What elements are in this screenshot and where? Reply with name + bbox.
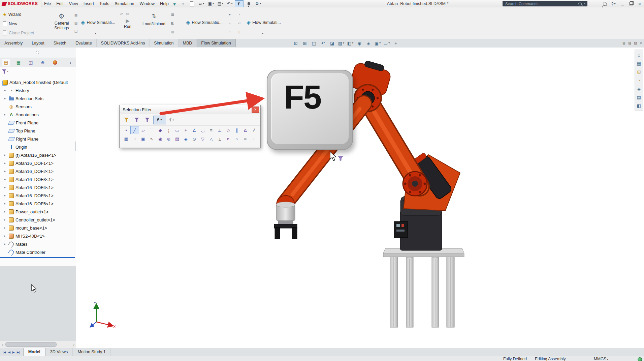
scroll-left-icon[interactable] <box>0 342 5 347</box>
flow-simulation-button-3[interactable]: Flow Simulati... <box>247 20 281 25</box>
menu-file[interactable]: File <box>41 0 54 7</box>
invert-selection-icon[interactable] <box>143 116 152 124</box>
mini-tool-icon[interactable] <box>237 12 242 17</box>
tree-item-top-plane[interactable]: Top Plane <box>0 127 76 135</box>
print-icon[interactable] <box>216 0 225 7</box>
help-menu[interactable]: ? <box>609 0 618 7</box>
flow-simulation-button-1[interactable]: Flow Simulati... <box>81 20 115 25</box>
filter-surface-bodies-icon[interactable]: ⌒ <box>148 126 156 134</box>
scrollbar-thumb[interactable] <box>5 342 57 347</box>
tree-item-origin[interactable]: Origin <box>0 143 76 151</box>
expander-icon[interactable] <box>3 210 7 213</box>
open-document-icon[interactable] <box>197 0 206 7</box>
filter-centerlines-icon[interactable]: ⊥ <box>216 126 224 134</box>
mini-tool-icon[interactable] <box>170 21 175 25</box>
filter-coordinate-systems-icon[interactable]: ∆ <box>241 126 250 134</box>
tree-item-component[interactable]: mount_base<1> <box>0 224 76 232</box>
tree-item-sensors[interactable]: Sensors <box>0 102 76 111</box>
appearance-icon[interactable] <box>636 86 642 92</box>
dropdown-caret-icon[interactable] <box>95 32 96 35</box>
apply-scene-icon[interactable] <box>374 40 382 47</box>
filter-tables-icon[interactable]: ≈ <box>241 135 250 143</box>
filter-simulation-icon[interactable]: ± <box>216 135 224 143</box>
home-icon[interactable] <box>178 0 187 7</box>
filter-edges-icon[interactable]: ╱ <box>130 126 139 134</box>
minimize-pane-icon[interactable] <box>628 41 631 45</box>
tree-item-component[interactable]: Controller_outlet<1> <box>0 216 76 224</box>
filter-cameras-icon[interactable]: △ <box>207 135 216 143</box>
expander-icon[interactable] <box>3 194 7 197</box>
select-tool-icon[interactable] <box>235 0 244 7</box>
home-view-icon[interactable] <box>636 52 642 58</box>
filter-annotations-icon[interactable]: ∥ <box>232 126 241 134</box>
zoom-fit-icon[interactable] <box>292 40 300 47</box>
pin-menu-icon[interactable] <box>172 2 176 6</box>
tree-filter-icon[interactable] <box>2 69 6 74</box>
configurationmanager-icon[interactable] <box>27 59 34 66</box>
filter-reference-points-icon[interactable]: √ <box>250 126 258 134</box>
tab-3d-views[interactable]: 3D Views <box>45 348 73 356</box>
close-pane-icon[interactable] <box>640 41 642 45</box>
menu-view[interactable]: View <box>66 0 81 7</box>
selection-filter-titlebar[interactable]: Selection Filter × <box>120 105 260 114</box>
tree-item-component[interactable]: Abfan16_DOF5<1> <box>0 191 76 200</box>
expander-icon[interactable] <box>3 97 7 100</box>
search-icon[interactable] <box>578 2 582 5</box>
mini-tool-icon[interactable] <box>228 21 232 25</box>
tree-root[interactable]: Abfan_Robot finished (Default <box>0 78 76 86</box>
tree-item-component[interactable]: (f) Abfan16_base<1> <box>0 151 76 159</box>
expander-icon[interactable] <box>3 161 7 165</box>
tree-filter-dropdown-icon[interactable] <box>7 70 8 73</box>
display-style-icon[interactable] <box>346 40 354 47</box>
minimize-button[interactable] <box>618 0 626 7</box>
section-view-icon[interactable] <box>328 40 336 47</box>
expander-icon[interactable] <box>3 234 7 238</box>
play-icon[interactable] <box>12 351 15 354</box>
tab-solidworks-addins[interactable]: SOLIDWORKS Add-Ins <box>97 39 150 47</box>
graphics-viewport[interactable]: Selection Filter × •╱▱⌒◆¦▭+∠◡≡⊥◇∥∆√ ▦◔▣∿… <box>76 48 644 348</box>
filter-components-icon[interactable]: ▣ <box>139 135 148 143</box>
hide-show-items-icon[interactable] <box>355 40 363 47</box>
mini-tool-icon[interactable] <box>170 12 175 17</box>
jump-to-end-icon[interactable] <box>17 351 20 354</box>
filter-planes-icon[interactable]: ▭ <box>173 126 182 134</box>
mini-tool-icon[interactable] <box>237 30 242 34</box>
tree-item-selection-sets[interactable]: Selection Sets <box>0 94 76 102</box>
select-tool-dropdown-icon[interactable] <box>153 116 166 124</box>
tab-mbd[interactable]: MBD <box>179 39 197 47</box>
new-document-icon[interactable] <box>188 0 196 7</box>
mini-tool-icon[interactable] <box>74 29 78 33</box>
step-back-icon[interactable] <box>8 351 10 354</box>
menu-window[interactable]: Window <box>137 0 157 7</box>
tree-item-mate-controller[interactable]: Mate Controller <box>0 248 76 256</box>
filter-center-marks-icon[interactable]: ≡ <box>207 126 216 134</box>
general-settings-button[interactable]: General Settings <box>51 13 72 30</box>
zoom-area-icon[interactable] <box>301 40 309 47</box>
tree-item-component[interactable]: Abfan16_DOF1<1> <box>0 159 76 167</box>
rotate-view-icon[interactable] <box>636 77 642 83</box>
options-gear-icon[interactable] <box>254 0 262 7</box>
filter-midpoints-icon[interactable]: ◡ <box>198 126 207 134</box>
dropdown-caret-icon[interactable] <box>262 32 263 35</box>
mini-tool-icon[interactable] <box>170 30 175 34</box>
units-selector[interactable]: MMGS <box>594 357 608 361</box>
save-icon[interactable] <box>206 0 215 7</box>
mini-tool-icon[interactable] <box>228 30 232 34</box>
scroll-right-icon[interactable] <box>71 342 76 347</box>
filter-other-icon[interactable]: ÷ <box>250 135 258 143</box>
mini-tool-icon[interactable] <box>74 21 78 25</box>
menu-simulation[interactable]: Simulation <box>112 0 137 7</box>
tree-item-component[interactable]: Abfan16_DOF2<1> <box>0 167 76 175</box>
tab-motion-study[interactable]: Motion Study 1 <box>73 348 110 356</box>
filter-faces-icon[interactable]: ▱ <box>139 126 148 134</box>
microphone-icon[interactable] <box>244 0 253 7</box>
tab-simulation[interactable]: Simulation <box>150 39 178 47</box>
view-settings-icon[interactable] <box>383 40 391 47</box>
tree-item-component[interactable]: MHS2-40D<1> <box>0 232 76 240</box>
tab-sketch[interactable]: Sketch <box>49 39 71 47</box>
flyout-expand-icon[interactable] <box>67 59 74 66</box>
tab-layout[interactable]: Layout <box>27 39 49 47</box>
filter-structural-members-icon[interactable]: ▤ <box>173 135 182 143</box>
expander-icon[interactable] <box>3 218 7 221</box>
toggle-selection-filters-icon[interactable] <box>132 116 141 124</box>
